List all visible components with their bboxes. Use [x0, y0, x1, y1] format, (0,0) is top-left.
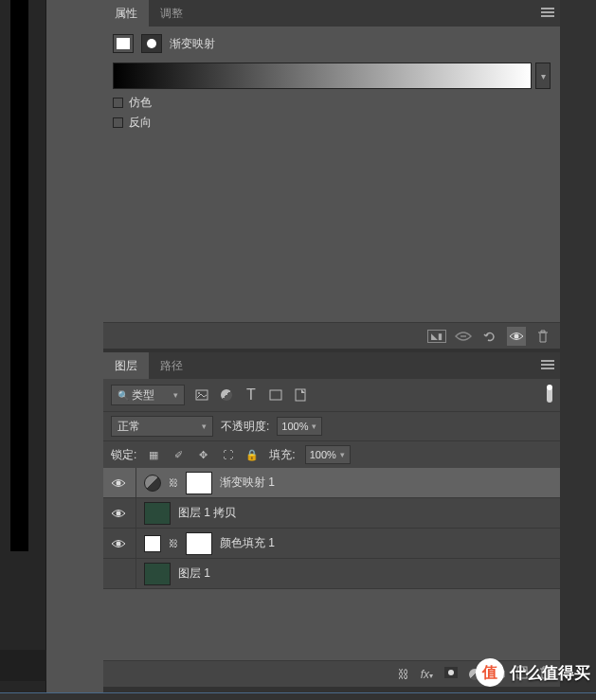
- dither-label: 仿色: [129, 95, 152, 111]
- adjustment-title: 渐变映射: [170, 36, 215, 52]
- layer-name[interactable]: 图层 1 拷贝: [178, 505, 236, 521]
- adjustment-thumb-icon: [113, 34, 134, 53]
- filter-smart-icon[interactable]: [293, 387, 308, 403]
- visibility-eye-icon[interactable]: [109, 504, 128, 523]
- layer-filter-bar: 🔍 类型 ▾ T: [103, 379, 560, 411]
- visibility-eye-icon[interactable]: [109, 534, 128, 553]
- svg-point-2: [198, 392, 200, 394]
- lock-position-icon[interactable]: ✥: [195, 447, 210, 462]
- color-fill-icon: [144, 535, 161, 552]
- properties-panel: 属性 调整 渐变映射 ▾ 仿色 反向 ◣▮: [103, 0, 560, 349]
- link-icon[interactable]: ⛓: [169, 477, 178, 488]
- reverse-label: 反向: [129, 115, 152, 131]
- window-bottom-border: [0, 692, 596, 700]
- svg-point-9: [448, 670, 454, 675]
- layers-tab-bar: 图层 路径: [103, 352, 560, 379]
- gradient-map-icon: [141, 34, 162, 53]
- link-icon[interactable]: ⛓: [169, 538, 178, 548]
- adjustment-header: 渐变映射: [113, 34, 551, 53]
- layers-panel-menu-icon[interactable]: [541, 360, 554, 371]
- gradient-map-adjustment-icon: [144, 475, 161, 492]
- dither-checkbox[interactable]: [113, 98, 123, 108]
- layer-list: ⛓ 渐变映射 1 图层 1 拷贝 ⛓ 颜色填充 1: [103, 468, 560, 589]
- svg-point-0: [515, 333, 519, 338]
- link-layers-icon[interactable]: ⛓: [398, 668, 409, 681]
- opacity-input[interactable]: 100%▾: [277, 417, 322, 436]
- blend-mode-select[interactable]: 正常▾: [111, 416, 213, 437]
- watermark: 值 什么值得买: [476, 658, 590, 687]
- tab-paths[interactable]: 路径: [149, 352, 194, 379]
- layer-name[interactable]: 图层 1: [178, 565, 210, 582]
- search-icon: 🔍: [117, 390, 129, 401]
- filter-adjustment-icon[interactable]: [219, 387, 234, 403]
- layer-thumb[interactable]: [144, 502, 171, 525]
- svg-point-7: [117, 541, 121, 546]
- filter-type-icon[interactable]: T: [244, 387, 259, 403]
- layer-mask-thumb[interactable]: [186, 472, 212, 494]
- lock-artboard-icon[interactable]: ⛶: [220, 447, 235, 462]
- watermark-text: 什么值得买: [510, 662, 590, 684]
- fill-input[interactable]: 100%▾: [305, 445, 351, 464]
- lock-label: 锁定:: [111, 447, 136, 463]
- layer-mask-thumb[interactable]: [186, 532, 212, 555]
- canvas-image: [10, 0, 28, 551]
- tab-adjustments[interactable]: 调整: [149, 0, 194, 27]
- layer-row[interactable]: 图层 1: [103, 559, 560, 589]
- tab-layers[interactable]: 图层: [103, 352, 149, 379]
- view-previous-icon[interactable]: [454, 327, 473, 346]
- layer-name[interactable]: 颜色填充 1: [220, 535, 275, 551]
- canvas-area: [0, 0, 46, 700]
- svg-point-5: [117, 480, 121, 485]
- layers-panel: 图层 路径 🔍 类型 ▾ T 正常▾ 不透明度:: [103, 352, 560, 674]
- lock-fill-row: 锁定: ▦ ✐ ✥ ⛶ 🔒 填充: 100%▾: [103, 440, 560, 468]
- add-mask-icon[interactable]: [444, 667, 458, 681]
- lock-transparent-icon[interactable]: ▦: [146, 447, 161, 462]
- reverse-checkbox[interactable]: [113, 117, 123, 128]
- properties-footer: ◣▮: [103, 322, 560, 349]
- svg-point-6: [117, 511, 121, 515]
- clip-to-layer-icon[interactable]: ◣▮: [427, 327, 446, 346]
- properties-tab-bar: 属性 调整: [103, 0, 560, 27]
- layer-thumb[interactable]: [144, 563, 171, 585]
- svg-rect-3: [270, 390, 281, 400]
- watermark-badge: 值: [476, 658, 504, 687]
- fill-label: 填充:: [269, 447, 295, 463]
- filter-pixel-icon[interactable]: [194, 387, 209, 403]
- gradient-dropdown[interactable]: ▾: [535, 63, 551, 89]
- gradient-preview[interactable]: [113, 63, 532, 89]
- opacity-label: 不透明度:: [221, 419, 269, 435]
- canvas-image-2: [0, 650, 46, 681]
- filter-toggle[interactable]: [547, 387, 552, 403]
- panel-menu-icon[interactable]: [541, 8, 554, 19]
- lock-pixels-icon[interactable]: ✐: [171, 447, 186, 462]
- visibility-eye-icon[interactable]: [109, 565, 128, 583]
- filter-shape-icon[interactable]: [268, 387, 283, 403]
- layer-name[interactable]: 渐变映射 1: [220, 475, 275, 491]
- layer-row[interactable]: ⛓ 颜色填充 1: [103, 529, 560, 559]
- toggle-visibility-icon[interactable]: [507, 327, 526, 346]
- visibility-eye-icon[interactable]: [109, 474, 128, 493]
- layer-filter-type[interactable]: 🔍 类型 ▾: [111, 385, 185, 405]
- svg-rect-4: [296, 389, 305, 401]
- panel-gutter: [46, 0, 103, 700]
- blend-opacity-row: 正常▾ 不透明度: 100%▾: [103, 411, 560, 440]
- tab-properties[interactable]: 属性: [103, 0, 149, 27]
- reset-icon[interactable]: [480, 327, 499, 346]
- layer-row[interactable]: ⛓ 渐变映射 1: [103, 468, 560, 498]
- layer-effects-icon[interactable]: fx▾: [421, 668, 433, 681]
- layer-row[interactable]: 图层 1 拷贝: [103, 498, 560, 529]
- delete-adjustment-icon[interactable]: [533, 327, 552, 346]
- lock-all-icon[interactable]: 🔒: [244, 447, 260, 462]
